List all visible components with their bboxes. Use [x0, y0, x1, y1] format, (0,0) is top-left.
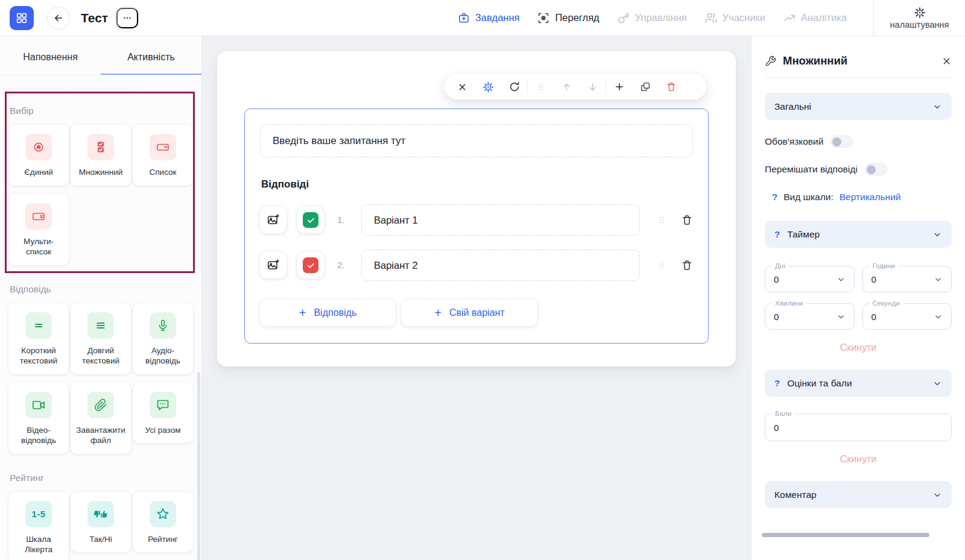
points-input[interactable]: Бали 0	[765, 414, 952, 441]
settings-gear-button[interactable]	[475, 74, 501, 99]
video-icon	[25, 392, 52, 418]
panel-title: Множинний	[783, 54, 847, 68]
sidebar-scrollbar[interactable]	[197, 372, 200, 560]
add-answer-button[interactable]: + Відповідь	[260, 300, 396, 326]
back-button[interactable]	[47, 7, 70, 30]
type-card-label: Усі разом	[145, 425, 181, 436]
add-image-button[interactable]	[260, 207, 286, 233]
timer-hours-select[interactable]: Години 0	[862, 266, 952, 292]
chevron-down-icon	[837, 275, 846, 284]
eye-scan-icon	[537, 12, 549, 24]
type-card-multiple[interactable]: Множинний	[71, 125, 131, 186]
chevron-down-icon	[932, 230, 942, 239]
type-card-file-upload[interactable]: Завантажити файл	[71, 383, 131, 454]
field-value: 0	[774, 423, 779, 433]
help-icon[interactable]: ?	[772, 192, 777, 202]
nav-tab-tasks[interactable]: Завдання	[458, 12, 520, 24]
timer-seconds-select[interactable]: Секунди 0	[862, 303, 952, 330]
option-number: 1.	[337, 215, 353, 225]
close-panel-button[interactable]	[941, 56, 952, 66]
type-card-single[interactable]: Єдиний	[8, 125, 69, 186]
correct-answer-checkbox[interactable]	[297, 207, 324, 233]
panel-divider	[765, 78, 952, 78]
chat-bubble-icon	[150, 392, 176, 418]
type-card-list[interactable]: Список	[133, 125, 193, 186]
card-peek	[70, 88, 129, 93]
required-toggle[interactable]	[831, 136, 853, 148]
type-card-audio[interactable]: Аудіо-відповідь	[133, 303, 193, 374]
delete-option-button[interactable]	[681, 214, 693, 226]
chevron-down-icon	[934, 275, 943, 284]
panel-horizontal-scrollbar[interactable]	[762, 533, 929, 537]
option-input[interactable]: Варіант 2	[361, 250, 640, 281]
tab-activity[interactable]: Активність	[101, 36, 201, 75]
field-label: Бали	[772, 410, 794, 417]
type-card-long-text[interactable]: Довгий текстовий	[71, 303, 131, 374]
question-input[interactable]: Введіть ваше запитання тут	[260, 124, 693, 157]
type-card-yes-no[interactable]: Так/Ні	[71, 492, 131, 553]
type-card-label: Завантажити файл	[74, 425, 128, 446]
refresh-button[interactable]	[501, 74, 527, 99]
section-timer[interactable]: ? Таймер	[765, 221, 952, 248]
option-drag-handle[interactable]	[657, 260, 666, 270]
add-question-button[interactable]	[606, 74, 632, 99]
shuffle-label: Перемішати відповіді	[765, 164, 858, 175]
type-card-short-text[interactable]: Короткий текстовий	[8, 303, 69, 374]
move-down-button[interactable]	[580, 74, 606, 99]
section-grades[interactable]: ? Оцінки та бали	[765, 370, 952, 397]
delete-option-button[interactable]	[681, 259, 693, 271]
type-card-rating[interactable]: Рейтинг	[133, 492, 193, 553]
checkboxes-icon	[87, 134, 114, 160]
correct-answer-checkbox[interactable]	[297, 252, 324, 278]
nav-tab-participants[interactable]: Учасники	[705, 12, 765, 24]
timer-minutes-select[interactable]: Хвилини 0	[765, 303, 855, 330]
nav-tab-management[interactable]: Управління	[618, 12, 687, 24]
section-grades-label: Оцінки та бали	[787, 378, 852, 389]
app: Тест Завдання Перегляд Управління Учасни…	[0, 0, 965, 560]
nav-tab-preview[interactable]: Перегляд	[537, 12, 599, 24]
required-row: Обов'язковий	[765, 136, 952, 148]
timer-reset-link[interactable]: Скинути	[765, 342, 952, 353]
scale-type-value[interactable]: Вертикальний	[840, 192, 901, 203]
section-comment[interactable]: Коментар	[765, 481, 952, 508]
add-image-button[interactable]	[260, 252, 286, 278]
section-timer-label: Таймер	[787, 229, 820, 240]
gear-icon	[914, 7, 926, 19]
shuffle-toggle[interactable]	[865, 163, 887, 175]
delete-question-button[interactable]	[658, 74, 684, 99]
field-label: Дні	[772, 262, 788, 269]
type-card-video[interactable]: Відео-відповідь	[8, 383, 69, 454]
deselect-button[interactable]	[449, 74, 475, 99]
option-row-2: 2. Варіант 2	[260, 250, 693, 281]
drag-handle[interactable]	[528, 74, 554, 99]
required-label: Обов'язковий	[765, 136, 823, 147]
users-icon	[705, 12, 717, 24]
answer-grid: Короткий текстовий Довгий текстовий Ауді…	[8, 303, 193, 454]
help-icon[interactable]: ?	[774, 378, 780, 388]
timer-days-select[interactable]: Дні 0	[765, 266, 855, 292]
chevron-down-icon	[932, 490, 942, 500]
more-options-button[interactable]	[116, 8, 138, 28]
section-general[interactable]: Загальні	[765, 93, 952, 120]
add-answer-label: Відповідь	[314, 307, 356, 318]
add-custom-option-button[interactable]: + Свій варіант	[402, 300, 537, 326]
nav-tab-analytics[interactable]: Аналітика	[783, 12, 847, 24]
question-card[interactable]: Введіть ваше запитання тут Відповіді 1. …	[244, 109, 709, 344]
chevron-down-icon	[932, 102, 942, 112]
grades-reset-link[interactable]: Скинути	[765, 454, 952, 465]
settings-button[interactable]: налаштування	[873, 0, 965, 36]
type-card-all-together[interactable]: Усі разом	[133, 383, 193, 444]
duplicate-button[interactable]	[632, 74, 658, 99]
apps-grid-button[interactable]	[10, 6, 34, 30]
help-icon[interactable]: ?	[774, 229, 780, 239]
type-card-label: Так/Ні	[89, 534, 112, 545]
type-card-likert[interactable]: 1-5 Шкала Лікерта	[8, 492, 69, 560]
type-card-multi-list[interactable]: Мульти-список	[8, 194, 69, 265]
option-input[interactable]: Варіант 1	[361, 204, 640, 236]
tab-content[interactable]: Наповнення	[0, 36, 101, 75]
multi-dropdown-icon	[25, 203, 52, 230]
move-up-button[interactable]	[554, 74, 580, 99]
settings-label: налаштування	[890, 20, 949, 30]
option-drag-handle[interactable]	[657, 215, 666, 225]
trend-up-icon	[783, 12, 796, 24]
